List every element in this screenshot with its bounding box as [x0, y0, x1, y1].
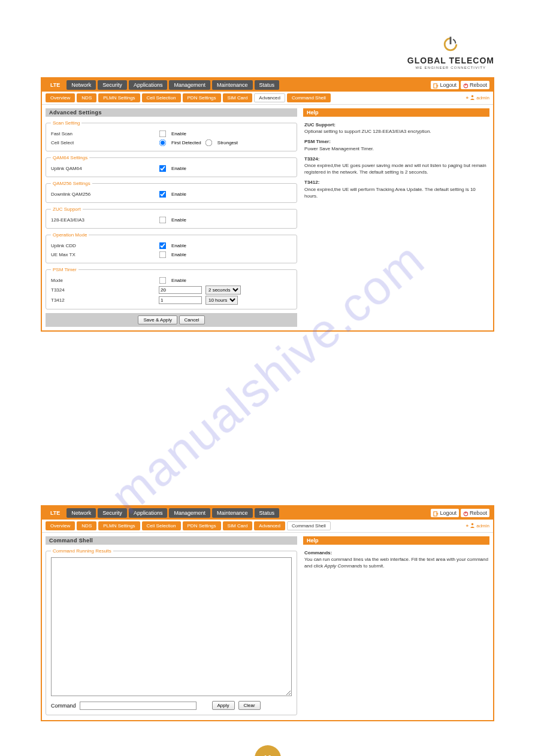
t3324-input[interactable] — [159, 286, 202, 294]
ue-max-tx-checkbox[interactable] — [159, 251, 167, 259]
zuc-enable-text: Enable — [171, 217, 186, 223]
psm-legend: PSM Timer — [51, 267, 78, 272]
help-title-2: Help — [303, 536, 489, 545]
uplink-qam64-checkbox[interactable] — [159, 165, 167, 172]
main-tab-network[interactable]: Network — [67, 80, 96, 90]
button-bar: Save & Apply Cancel — [46, 313, 297, 327]
main-tab-applications[interactable]: Applications — [129, 80, 168, 90]
operation-mode-group: Operation Mode Uplink CDD Enable UE Max … — [46, 232, 297, 263]
psm-timer-group: PSM Timer Mode Enable T3324 2 seconds — [46, 267, 297, 309]
reboot-icon — [463, 83, 468, 88]
zuc-group: ZUC Support 128-EEA3/EIA3 Enable — [46, 207, 297, 229]
t3412-label: T3412 — [51, 297, 159, 303]
help-t3412-t: Once expired,the UE will perform Trackin… — [304, 186, 488, 199]
svg-point-3 — [471, 95, 474, 98]
sub-tab-cmd[interactable]: Command Shell — [287, 93, 331, 102]
sub-tab-plmn-2[interactable]: PLMN Settings — [98, 521, 140, 530]
command-results-textarea[interactable] — [51, 557, 292, 696]
sub-tab-plmn[interactable]: PLMN Settings — [98, 93, 140, 102]
svg-point-7 — [471, 523, 474, 526]
psm-mode-checkbox[interactable] — [159, 277, 167, 284]
apply-button[interactable]: Apply — [212, 701, 235, 710]
cell-select-strongest-radio[interactable] — [205, 139, 212, 147]
sub-tab-nds-2[interactable]: NDS — [77, 521, 96, 530]
main-tab-security[interactable]: Security — [98, 80, 127, 90]
reboot-link[interactable]: Reboot — [461, 81, 489, 89]
user-icon-2 — [470, 523, 475, 529]
main-tab-maintenance-2[interactable]: Maintenance — [212, 508, 253, 518]
sub-tab-sim-2[interactable]: SIM Card — [223, 521, 253, 530]
reboot-link-2[interactable]: Reboot — [461, 509, 489, 517]
t3412-unit-select[interactable]: 10 hours — [205, 296, 238, 305]
zuc-checkbox[interactable] — [159, 217, 167, 224]
plus-icon: + — [466, 95, 469, 101]
main-tab-status[interactable]: Status — [255, 80, 280, 90]
sub-tab-pdn[interactable]: PDN Settings — [183, 93, 221, 102]
sub-tab-nds[interactable]: NDS — [77, 93, 96, 102]
page-number-dot: 16 — [255, 745, 281, 756]
cell-select-first-radio[interactable] — [159, 139, 167, 147]
main-tab-lte[interactable]: LTE — [46, 80, 65, 90]
logout-icon — [433, 83, 439, 88]
cancel-button[interactable]: Cancel — [179, 315, 205, 324]
brand-name: GLOBAL TELECOM — [407, 56, 494, 65]
topbar-2: LTE Network Security Applications Manage… — [42, 506, 493, 520]
fast-scan-checkbox[interactable] — [159, 130, 167, 138]
save-apply-button[interactable]: Save & Apply — [138, 315, 177, 324]
uplink-cdd-checkbox[interactable] — [159, 242, 167, 250]
main-tab-security-2[interactable]: Security — [98, 508, 127, 518]
sub-tab-advanced-2[interactable]: Advanced — [254, 521, 285, 530]
logout-link-2[interactable]: Logout — [431, 509, 459, 517]
psm-mode-enable-text: Enable — [171, 278, 186, 283]
main-tab-network-2[interactable]: Network — [67, 508, 96, 518]
main-tab-applications-2[interactable]: Applications — [129, 508, 168, 518]
scan-setting-group: Scan Setting Fast Scan Enable Cell Selec… — [46, 120, 297, 151]
sub-tab-sim[interactable]: SIM Card — [223, 93, 253, 102]
uplink-qam64-enable-text: Enable — [171, 166, 186, 171]
app-frame-command-shell: LTE Network Security Applications Manage… — [41, 505, 494, 721]
help-cmd-h: Commands: — [304, 549, 488, 556]
command-results-group: Command Running Results Command Apply Cl… — [46, 548, 297, 715]
panel-title-cmd: Command Shell — [46, 536, 297, 545]
logout-link[interactable]: Logout — [431, 81, 459, 89]
command-input[interactable] — [80, 702, 197, 710]
sub-tab-cell[interactable]: Cell Selection — [142, 93, 181, 102]
sub-tab-cmd-2[interactable]: Command Shell — [287, 521, 331, 530]
plus-icon-2: + — [466, 523, 469, 529]
main-tab-maintenance[interactable]: Maintenance — [212, 80, 253, 90]
brand-header: GLOBAL TELECOM WE ENGINEER CONNECTIVITY — [41, 36, 494, 70]
uplink-cdd-enable-text: Enable — [171, 243, 186, 248]
brand-logo-icon — [407, 36, 494, 54]
downlink-qam256-label: Downlink QAM256 — [51, 192, 159, 197]
help-cmd-em: Apply Commands — [324, 563, 362, 569]
help-t3324-t: Once expired,the UE goes power saving mo… — [304, 162, 488, 175]
help-cmd-t2: to submit. — [362, 563, 385, 569]
downlink-qam256-checkbox[interactable] — [159, 191, 167, 198]
main-tab-management[interactable]: Management — [169, 80, 210, 90]
t3324-label: T3324 — [51, 287, 159, 293]
clear-button[interactable]: Clear — [238, 701, 261, 710]
sub-tab-pdn-2[interactable]: PDN Settings — [183, 521, 221, 530]
brand-tagline: WE ENGINEER CONNECTIVITY — [407, 66, 494, 69]
sub-tab-advanced[interactable]: Advanced — [254, 93, 285, 102]
t3324-unit-select[interactable]: 2 seconds — [205, 286, 241, 294]
user-name: admin — [476, 95, 489, 101]
sub-tab-cell-2[interactable]: Cell Selection — [142, 521, 181, 530]
command-label: Command — [51, 703, 76, 709]
op-legend: Operation Mode — [51, 232, 89, 238]
sub-tab-overview[interactable]: Overview — [46, 93, 75, 102]
ue-max-tx-enable-text: Enable — [171, 252, 186, 257]
cell-select-label: Cell Select — [51, 140, 159, 145]
t3412-input[interactable] — [159, 296, 202, 304]
help-zuc-h: ZUC Support: — [304, 122, 488, 128]
main-tab-status-2[interactable]: Status — [255, 508, 280, 518]
reboot-label-2: Reboot — [470, 509, 487, 517]
help-t3324-h: T3324: — [304, 156, 488, 162]
fast-scan-label: Fast Scan — [51, 131, 159, 136]
downlink-qam256-enable-text: Enable — [171, 192, 186, 197]
main-tab-management-2[interactable]: Management — [169, 508, 210, 518]
help-title: Help — [303, 108, 489, 117]
sub-tab-overview-2[interactable]: Overview — [46, 521, 75, 530]
main-tab-lte-2[interactable]: LTE — [46, 508, 65, 518]
help-cmd-text: You can run command lines via the web in… — [304, 556, 488, 569]
